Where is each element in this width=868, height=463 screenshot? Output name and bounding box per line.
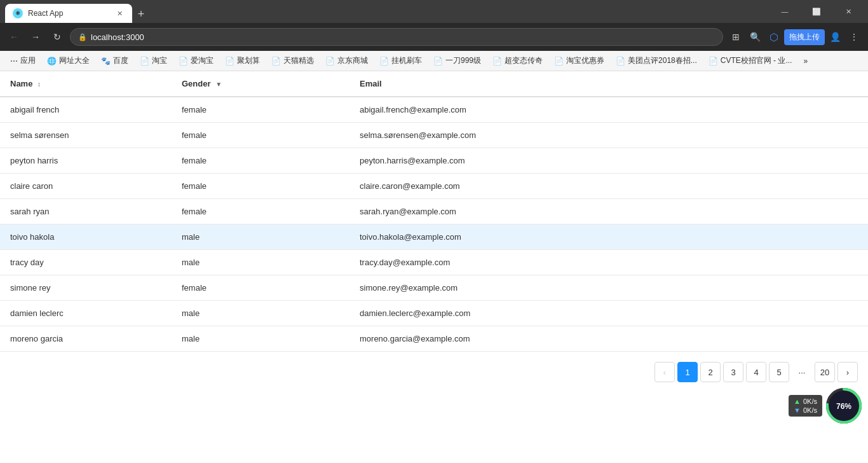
bookmark-label: 聚划算	[237, 55, 260, 66]
cell-gender: female	[172, 174, 349, 199]
close-button[interactable]: ✕	[834, 0, 863, 23]
page-20-button[interactable]: 20	[815, 362, 835, 382]
bookmark-chuanqi[interactable]: 📄 超变态传奇	[487, 54, 548, 67]
bookmark-juhuasuan[interactable]: 📄 聚划算	[220, 54, 265, 67]
cell-name: claire caron	[0, 174, 172, 199]
bookmark-label: 天猫精选	[283, 55, 314, 66]
gender-filter-icon[interactable]: ▼	[215, 81, 222, 88]
download-speed-row: ▼ 0K/s	[794, 406, 817, 414]
bookmark-wangzhi[interactable]: 🌐 网址大全	[42, 54, 95, 67]
cell-gender: male	[172, 250, 349, 275]
table-row[interactable]: damien leclercmaledamien.leclerc@example…	[0, 301, 868, 326]
cell-email: peyton.harris@example.com	[349, 148, 868, 174]
table-row[interactable]: simone reyfemalesimone.rey@example.com	[0, 275, 868, 301]
bookmark-jd[interactable]: 📄 京东商城	[320, 54, 373, 67]
cell-gender: female	[172, 148, 349, 174]
cell-name: tracy day	[0, 250, 172, 275]
table-row[interactable]: peyton harrisfemalepeyton.harris@example…	[0, 148, 868, 174]
col-header-email[interactable]: Email	[349, 71, 868, 97]
bookmark-tianmao[interactable]: 📄 天猫精选	[266, 54, 319, 67]
tab-close-button[interactable]: ✕	[114, 8, 125, 18]
table-row[interactable]: toivo hakolamaletoivo.hakola@example.com	[0, 225, 868, 250]
page-4-button[interactable]: 4	[746, 362, 766, 382]
translate-icon[interactable]: ⊞	[727, 28, 745, 46]
maximize-button[interactable]: ⬜	[802, 0, 831, 23]
page-2-button[interactable]: 2	[700, 362, 721, 382]
upload-button[interactable]: 拖拽上传	[784, 29, 825, 45]
upload-speed-row: ▲ 0K/s	[794, 397, 817, 405]
menu-icon[interactable]: ⋮	[845, 28, 863, 46]
bookmark-icon: 🐾	[101, 57, 111, 66]
cell-email: claire.caron@example.com	[349, 174, 868, 199]
cell-email: simone.rey@example.com	[349, 275, 868, 301]
bookmark-icon: 📄	[709, 57, 718, 66]
profile-icon[interactable]: 👤	[826, 28, 844, 46]
page-3-button[interactable]: 3	[723, 362, 743, 382]
cell-email: damien.leclerc@example.com	[349, 301, 868, 326]
table-row[interactable]: selma sørensenfemaleselma.sørensen@examp…	[0, 123, 868, 148]
name-sort-icon[interactable]: ↕	[37, 81, 41, 88]
bookmark-icon: 🌐	[47, 57, 57, 66]
address-input[interactable]: 🔒 localhost:3000	[70, 28, 723, 46]
table-row[interactable]: tracy daymaletracy.day@example.com	[0, 250, 868, 275]
download-speed-value: 0K/s	[803, 406, 817, 414]
bookmark-meituan[interactable]: 📄 美团点评2018春招...	[611, 54, 702, 67]
bookmark-label: 百度	[113, 55, 128, 66]
cell-name: abigail french	[0, 97, 172, 123]
bookmark-apps[interactable]: ⋯ 应用	[5, 54, 41, 67]
tab-area: ⚛ React App ✕ +	[5, 0, 765, 23]
new-tab-button[interactable]: +	[132, 5, 150, 23]
more-icon: »	[803, 57, 808, 66]
col-header-name[interactable]: Name ↕	[0, 71, 172, 97]
bookmark-icon: 📄	[271, 57, 281, 66]
table-row[interactable]: moreno garciamalemoreno.garcia@example.c…	[0, 326, 868, 352]
title-bar: ⚛ React App ✕ + — ⬜ ✕	[0, 0, 868, 23]
bookmark-aitaobao[interactable]: 📄 爱淘宝	[173, 54, 219, 67]
bookmark-icon: 📄	[433, 57, 443, 66]
cell-name: damien leclerc	[0, 301, 172, 326]
bookmark-more[interactable]: »	[798, 55, 813, 67]
table-row[interactable]: abigail frenchfemaleabigail.french@examp…	[0, 97, 868, 123]
window-controls: — ⬜ ✕	[770, 0, 863, 23]
next-page-button[interactable]: ›	[837, 362, 858, 382]
bookmark-icon: 📄	[492, 57, 502, 66]
bookmark-label: 美团点评2018春招...	[628, 55, 697, 66]
page-1-button[interactable]: 1	[677, 362, 698, 382]
forward-button[interactable]: →	[27, 28, 44, 46]
bookmarks-bar: ⋯ 应用 🌐 网址大全 🐾 百度 📄 淘宝 📄 爱淘宝 📄 聚划算 📄 天猫精选	[0, 51, 868, 71]
prev-page-button[interactable]: ‹	[654, 362, 675, 382]
cell-gender: female	[172, 275, 349, 301]
search-icon[interactable]: 🔍	[746, 28, 764, 46]
bookmark-icon: 📄	[325, 57, 335, 66]
download-arrow-icon: ▼	[794, 406, 801, 414]
bookmark-cvte[interactable]: 📄 CVTE校招官网 - 业...	[703, 54, 797, 67]
upload-arrow-icon: ▲	[794, 397, 801, 405]
bookmark-baidu[interactable]: 🐾 百度	[96, 54, 133, 67]
content-area: Name ↕ Gender ▼ Email abigail frenchfema…	[0, 71, 868, 463]
back-button[interactable]: ←	[5, 28, 23, 46]
page-5-button[interactable]: 5	[769, 362, 789, 382]
table-row[interactable]: sarah ryanfemalesarah.ryan@example.com	[0, 199, 868, 225]
bookmark-youhui[interactable]: 📄 淘宝优惠券	[549, 54, 609, 67]
page-ellipsis: ···	[792, 362, 812, 382]
col-header-gender[interactable]: Gender ▼	[172, 71, 349, 97]
bookmark-guaji[interactable]: 📄 挂机刷车	[374, 54, 427, 67]
cell-email: tracy.day@example.com	[349, 250, 868, 275]
refresh-button[interactable]: ↻	[48, 28, 66, 46]
tab-title: React App	[28, 9, 109, 18]
bookmark-taobao[interactable]: 📄 淘宝	[135, 54, 172, 67]
cell-name: moreno garcia	[0, 326, 172, 352]
cell-gender: female	[172, 199, 349, 225]
cell-name: sarah ryan	[0, 199, 172, 225]
extensions-icon[interactable]: ⬡	[765, 28, 783, 46]
speed-circle-widget[interactable]: 76%	[825, 387, 863, 425]
cell-name: peyton harris	[0, 148, 172, 174]
cell-gender: male	[172, 225, 349, 250]
minimize-button[interactable]: —	[770, 0, 799, 23]
toolbar-icons: ⊞ 🔍 ⬡ 拖拽上传 👤 ⋮	[727, 28, 863, 46]
cell-gender: female	[172, 97, 349, 123]
table-row[interactable]: claire caronfemaleclaire.caron@example.c…	[0, 174, 868, 199]
bookmark-yidao[interactable]: 📄 一刀999级	[428, 54, 486, 67]
bookmark-icon: 📄	[379, 57, 389, 66]
browser-tab[interactable]: ⚛ React App ✕	[5, 4, 132, 23]
